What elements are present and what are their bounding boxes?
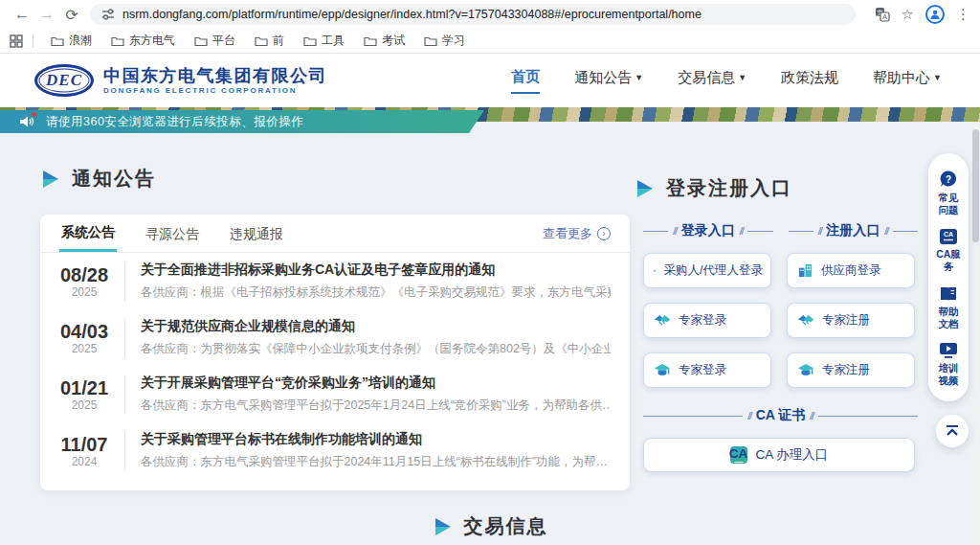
folder-icon bbox=[194, 35, 208, 47]
graduation-cap-icon bbox=[797, 363, 814, 378]
announcement-title[interactable]: 关于采购管理平台标书在线制作功能培训的通知 bbox=[141, 431, 608, 448]
announcement-title[interactable]: 关于全面推进非招标采购业务CA认证及电子签章应用的通知 bbox=[141, 261, 611, 279]
bookmarks-divider bbox=[33, 34, 33, 48]
graduation-cap-icon bbox=[654, 363, 671, 378]
scrollbar-thumb[interactable] bbox=[972, 129, 979, 242]
tab-sourcing-notices[interactable]: 寻源公告 bbox=[144, 216, 201, 251]
svg-text:CA: CA bbox=[944, 231, 953, 238]
building-icon bbox=[797, 262, 813, 279]
bidding-agency-register-button[interactable]: 供应商登录 bbox=[787, 253, 915, 288]
trade-section-title: 交易信息 bbox=[0, 513, 980, 539]
profile-avatar[interactable] bbox=[925, 5, 945, 24]
handshake-icon bbox=[797, 313, 814, 328]
faq-button[interactable]: ? 常见问题 bbox=[934, 164, 963, 222]
announcement-row[interactable]: 04/03 2025 关于规范供应商企业规模信息的通知 各供应商：为贯彻落实《保… bbox=[40, 309, 630, 366]
announcement-title[interactable]: 关于规范供应商企业规模信息的通知 bbox=[141, 318, 611, 335]
ca-service-button[interactable]: CA CA服务 bbox=[934, 222, 963, 279]
chevron-down-icon: ▼ bbox=[933, 73, 942, 82]
chevron-down-icon: ▼ bbox=[738, 73, 746, 82]
nav-policies[interactable]: 政策法规 bbox=[781, 69, 838, 93]
reload-icon[interactable]: ⟳ bbox=[59, 6, 84, 24]
translate-icon[interactable]: 文 A bbox=[875, 7, 890, 22]
announcement-summary: 各供应商：东方电气采购管理平台拟于2024年11月15日上线“标书在线制作”功能… bbox=[141, 454, 608, 470]
announcement-summary: 各供应商：东方电气采购管理平台拟于2025年1月24日上线“竞价采购”业务，为帮… bbox=[141, 397, 611, 414]
login-section-title: 登录注册入口 bbox=[635, 175, 918, 201]
training-video-icon bbox=[939, 342, 958, 359]
browser-window: ← → ⟳ nsrm.dongfang.com/platform/runtime… bbox=[0, 0, 980, 545]
ca-cert-header: //CA 证书// bbox=[643, 407, 918, 424]
handshake-icon bbox=[654, 313, 671, 328]
nav-notices[interactable]: 通知公告▼ bbox=[574, 69, 643, 93]
browser-notice-banner: 请使用360安全浏览器进行后续投标、报价操作 bbox=[0, 110, 484, 133]
bookmark-folder[interactable]: 工具 bbox=[296, 31, 352, 51]
bookmark-folder[interactable]: 东方电气 bbox=[103, 31, 183, 51]
help-book-icon bbox=[939, 285, 958, 303]
ca-apply-button[interactable]: CA CA 办理入口 bbox=[643, 438, 915, 472]
help-docs-button[interactable]: 帮助文档 bbox=[934, 280, 963, 336]
announcement-title[interactable]: 关于开展采购管理平台“竞价采购业务”培训的通知 bbox=[141, 375, 611, 392]
double-chevron-icon bbox=[635, 179, 656, 198]
tab-violation-reports[interactable]: 违规通报 bbox=[228, 216, 285, 251]
register-entrance-header: //注册入口// bbox=[789, 222, 919, 239]
announcement-tabs: 系统公告 寻源公告 违规通报 查看更多 › bbox=[40, 215, 630, 253]
folder-icon bbox=[364, 35, 377, 47]
company-name-cn: 中国东方电气集团有限公司 bbox=[103, 66, 327, 86]
back-to-top-button[interactable] bbox=[936, 415, 969, 447]
forward-icon[interactable]: → bbox=[34, 6, 59, 23]
announcement-summary: 各供应商：根据《电子招标投标系统技术规范》《电子采购交易规范》要求，东方电气采购… bbox=[141, 284, 611, 301]
entrance-headers: //登录入口// //注册入口// bbox=[635, 222, 918, 239]
svg-text:A: A bbox=[882, 13, 887, 20]
site-header: DEC 中国东方电气集团有限公司 DONGFANG ELECTRIC CORPO… bbox=[0, 54, 980, 107]
folder-icon bbox=[303, 35, 317, 47]
double-chevron-icon bbox=[433, 517, 454, 536]
supplier-login-button[interactable]: 专家登录 bbox=[643, 303, 771, 338]
nav-help-center[interactable]: 帮助中心▼ bbox=[873, 69, 942, 93]
training-videos-button[interactable]: 培训视频 bbox=[934, 336, 963, 393]
announcement-date: 11/07 2024 bbox=[54, 434, 115, 468]
address-bar[interactable]: nsrm.dongfang.com/platform/runtime/epp/d… bbox=[90, 4, 856, 25]
announcement-row[interactable]: 11/07 2024 关于采购管理平台标书在线制作功能培训的通知 各供应商：东方… bbox=[40, 422, 630, 479]
page-scrollbar[interactable] bbox=[970, 122, 980, 545]
folder-icon bbox=[424, 35, 437, 47]
announcement-row[interactable]: 08/28 2025 关于全面推进非招标采购业务CA认证及电子签章应用的通知 各… bbox=[40, 253, 630, 309]
divider bbox=[124, 319, 125, 357]
expert-register-button[interactable]: 专家注册 bbox=[787, 352, 915, 388]
announcement-row[interactable]: 01/21 2025 关于开展采购管理平台“竞价采购业务”培训的通知 各供应商：… bbox=[40, 366, 630, 422]
bookmark-folder[interactable]: 学习 bbox=[416, 31, 473, 51]
nav-home[interactable]: 首页 bbox=[511, 68, 540, 94]
company-logo[interactable]: DEC 中国东方电气集团有限公司 DONGFANG ELECTRIC CORPO… bbox=[34, 64, 327, 97]
bookmark-star-icon[interactable]: ☆ bbox=[902, 6, 914, 23]
main-nav: 首页 通知公告▼ 交易信息▼ 政策法规 帮助中心▼ bbox=[511, 68, 942, 94]
dec-logo-oval: DEC bbox=[34, 64, 94, 97]
nav-trade-info[interactable]: 交易信息▼ bbox=[678, 69, 746, 93]
svg-text:?: ? bbox=[946, 174, 951, 185]
announcement-date: 04/03 2025 bbox=[54, 321, 115, 355]
bookmark-folder[interactable]: 考试 bbox=[356, 31, 412, 51]
purchaser-agent-login-button[interactable]: 采购人/代理人登录 bbox=[643, 253, 771, 288]
apps-grid-icon[interactable] bbox=[10, 34, 23, 48]
bookmark-folder[interactable]: 前 bbox=[247, 31, 292, 51]
announcements-card: 系统公告 寻源公告 违规通报 查看更多 › 08/28 2025 bbox=[40, 215, 630, 490]
speaker-icon bbox=[19, 115, 34, 128]
arrow-right-circle-icon: › bbox=[597, 227, 611, 240]
supplier-register-button[interactable]: 专家注册 bbox=[787, 303, 915, 338]
view-more-link[interactable]: 查看更多 › bbox=[543, 225, 611, 242]
divider bbox=[124, 262, 125, 301]
back-icon[interactable]: ← bbox=[10, 6, 34, 23]
announcement-date: 08/28 2025 bbox=[54, 264, 115, 299]
browser-toolbar: ← → ⟳ nsrm.dongfang.com/platform/runtime… bbox=[0, 0, 980, 29]
bookmark-folder[interactable]: 浪潮 bbox=[43, 31, 100, 51]
bookmarks-bar: 浪潮 东方电气 平台 前 工具 考试 学习 bbox=[0, 29, 980, 54]
chevron-down-icon: ▼ bbox=[635, 73, 643, 82]
chrome-menu-icon[interactable]: ⋮ bbox=[956, 6, 970, 23]
building-icon bbox=[654, 262, 657, 279]
notice-text: 请使用360安全浏览器进行后续投标、报价操作 bbox=[46, 114, 303, 130]
bookmark-folder[interactable]: 平台 bbox=[187, 31, 243, 51]
tab-system-notices[interactable]: 系统公告 bbox=[59, 215, 117, 252]
site-settings-icon[interactable] bbox=[101, 8, 115, 21]
url-text[interactable]: nsrm.dongfang.com/platform/runtime/epp/d… bbox=[122, 8, 702, 21]
expert-login-button[interactable]: 专家登录 专家登录 专家登录 专家登录 专家登录 专家登录 bbox=[643, 352, 771, 388]
divider bbox=[124, 432, 125, 470]
login-buttons-grid: 采购人/代理人登录 供应商登录 bbox=[643, 253, 918, 388]
folder-icon bbox=[255, 35, 268, 47]
